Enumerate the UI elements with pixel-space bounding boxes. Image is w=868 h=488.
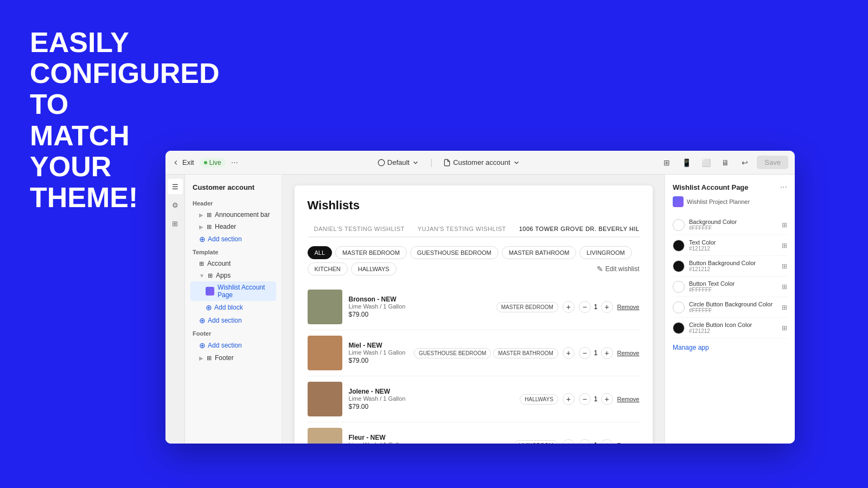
color-swatch[interactable] (673, 301, 685, 313)
editor-window: Exit Live ··· Default | Customer account… (165, 151, 795, 444)
color-setting-row: Circle Button Background Color#FFFFFF⊞ (673, 297, 787, 318)
nav-icon-sections[interactable]: ☰ (168, 179, 183, 194)
color-action-icon[interactable]: ⊞ (782, 221, 787, 229)
remove-product[interactable]: Remove (617, 396, 640, 402)
filter-master-bedroom[interactable]: MASTER BEDROOM (335, 246, 407, 259)
manage-app-link[interactable]: Manage app (673, 344, 787, 351)
product-price: $79.00 (349, 403, 514, 410)
svg-point-0 (378, 159, 385, 166)
product-tags: LIVINGROOM (514, 440, 558, 444)
canvas-area: Wishlists DANIEL'S TESTING WISHLIST YUJA… (282, 175, 665, 444)
qty-minus[interactable]: − (579, 347, 591, 359)
editor-body: ☰ ⚙ ⊞ Customer account Header ▶ ⊞ Announ… (165, 175, 795, 444)
product-tag: HALLWAYS (520, 394, 558, 404)
topbar-more-button[interactable]: ··· (231, 158, 238, 168)
left-sidebar: ☰ ⚙ ⊞ Customer account Header ▶ ⊞ Announ… (165, 175, 282, 444)
product-list: Bronson - NEW Lime Wash / 1 Gallon $79.0… (308, 284, 640, 444)
qty-value: 1 (594, 441, 598, 444)
color-action-icon[interactable]: ⊞ (782, 242, 787, 249)
add-block[interactable]: ⊕ Add block (190, 301, 276, 314)
add-section-template[interactable]: ⊕ Add section (190, 314, 276, 327)
product-price: $79.00 (349, 357, 407, 364)
remove-product[interactable]: Remove (617, 350, 640, 356)
product-image (308, 336, 342, 370)
topbar-center: Default | Customer account (245, 158, 653, 168)
mobile-icon[interactable]: 📱 (679, 155, 694, 170)
color-swatch[interactable] (673, 322, 685, 334)
sidebar-page-title: Customer account (190, 181, 276, 197)
topbar-left: Exit Live ··· (172, 158, 238, 168)
right-panel-title: Wishlist Account Page (673, 183, 749, 191)
color-action-icon[interactable]: ⊞ (782, 304, 787, 311)
product-name: Bronson - NEW (349, 296, 490, 303)
color-swatch[interactable] (673, 281, 685, 293)
product-tag: LIVINGROOM (514, 440, 558, 444)
desktop-icon[interactable]: 🖥 (718, 155, 733, 170)
qty-minus[interactable]: − (579, 393, 591, 405)
qty-value: 1 (594, 395, 598, 403)
product-add-to-cart[interactable]: + (563, 439, 575, 444)
sidebar-item-footer[interactable]: ▶ ⊞ Footer (190, 352, 276, 364)
product-variant: Lime Wash / 1 Gallon (349, 395, 514, 402)
filter-kitchen[interactable]: KITCHEN (308, 262, 348, 275)
product-add-to-cart[interactable]: + (563, 301, 575, 313)
product-tags: GUESTHOUSE BEDROOMMASTER BATHROOM (414, 348, 558, 358)
sidebar-item-apps[interactable]: ▼ ⊞ Apps (190, 269, 276, 281)
tab-1006[interactable]: 1006 TOWER GROVE DR. BEVERLY HILL... (513, 221, 640, 237)
remove-product[interactable]: Remove (617, 304, 640, 310)
sidebar-item-announcement-bar[interactable]: ▶ ⊞ Announcement bar (190, 209, 276, 221)
default-dropdown[interactable]: Default (378, 158, 419, 166)
sidebar-item-wishlist-account-page[interactable]: Wishlist Account Page (190, 281, 276, 301)
qty-plus[interactable]: + (601, 393, 613, 405)
layout-icon[interactable]: ⊞ (659, 155, 674, 170)
right-panel: Wishlist Account Page ··· Wishlist Proje… (665, 175, 795, 444)
product-add-to-cart[interactable]: + (563, 393, 575, 405)
add-section-footer[interactable]: ⊕ Add section (190, 339, 276, 352)
edit-wishlist-button[interactable]: ✎ Edit wishlist (597, 265, 640, 273)
nav-icon-settings[interactable]: ⚙ (168, 197, 183, 213)
topbar: Exit Live ··· Default | Customer account… (165, 151, 795, 175)
save-button[interactable]: Save (757, 156, 788, 169)
right-panel-header: Wishlist Account Page ··· (673, 182, 787, 192)
sidebar-section-footer: Footer (190, 327, 276, 339)
tab-yujans[interactable]: YUJAN'S TESTING WISHLIST (411, 221, 513, 236)
undo-icon[interactable]: ↩ (737, 155, 752, 170)
filter-livingroom[interactable]: LIVINGROOM (579, 246, 631, 259)
exit-button[interactable]: Exit (172, 158, 194, 166)
wishlist-tabs: DANIEL'S TESTING WISHLIST YUJAN'S TESTIN… (308, 221, 640, 237)
qty-plus[interactable]: + (601, 301, 613, 313)
filter-all[interactable]: ALL (308, 246, 333, 259)
tablet-icon[interactable]: ⬜ (698, 155, 713, 170)
product-variant: Lime Wash / 1 Gallon (349, 441, 507, 444)
filter-guesthouse-bedroom[interactable]: GUESTHOUSE BEDROOM (410, 246, 499, 259)
product-add-to-cart[interactable]: + (563, 347, 575, 359)
product-name: Miel - NEW (349, 342, 407, 349)
color-swatch[interactable] (673, 260, 685, 272)
qty-minus[interactable]: − (579, 301, 591, 313)
product-name: Jolene - NEW (349, 388, 514, 395)
product-image (308, 290, 342, 324)
page-dropdown[interactable]: Customer account (443, 158, 520, 166)
color-swatch[interactable] (673, 219, 685, 231)
topbar-right: ⊞ 📱 ⬜ 🖥 ↩ Save (659, 155, 788, 170)
sidebar-item-account[interactable]: ⊞ Account (190, 258, 276, 269)
qty-minus[interactable]: − (579, 439, 591, 444)
tab-daniels[interactable]: DANIEL'S TESTING WISHLIST (308, 221, 411, 236)
filter-master-bathroom[interactable]: MASTER BATHROOM (502, 246, 577, 259)
qty-plus[interactable]: + (601, 439, 613, 444)
color-setting-row: Button Text Color#FFFFFF⊞ (673, 277, 787, 297)
color-action-icon[interactable]: ⊞ (782, 324, 787, 332)
color-swatch[interactable] (673, 240, 685, 252)
color-setting-row: Background Color#FFFFFF⊞ (673, 215, 787, 235)
color-action-icon[interactable]: ⊞ (782, 262, 787, 270)
color-action-icon[interactable]: ⊞ (782, 283, 787, 291)
qty-plus[interactable]: + (601, 347, 613, 359)
nav-icon-apps[interactable]: ⊞ (168, 216, 183, 231)
filter-hallways[interactable]: HALLWAYS (351, 262, 397, 275)
right-panel-more[interactable]: ··· (780, 182, 787, 192)
wishlists-container: Wishlists DANIEL'S TESTING WISHLIST YUJA… (295, 185, 653, 444)
add-section-header[interactable]: ⊕ Add section (190, 233, 276, 246)
product-row: Miel - NEW Lime Wash / 1 Gallon $79.00 G… (308, 330, 640, 376)
sidebar-item-header[interactable]: ▶ ⊞ Header (190, 221, 276, 233)
remove-product[interactable]: Remove (617, 442, 640, 444)
